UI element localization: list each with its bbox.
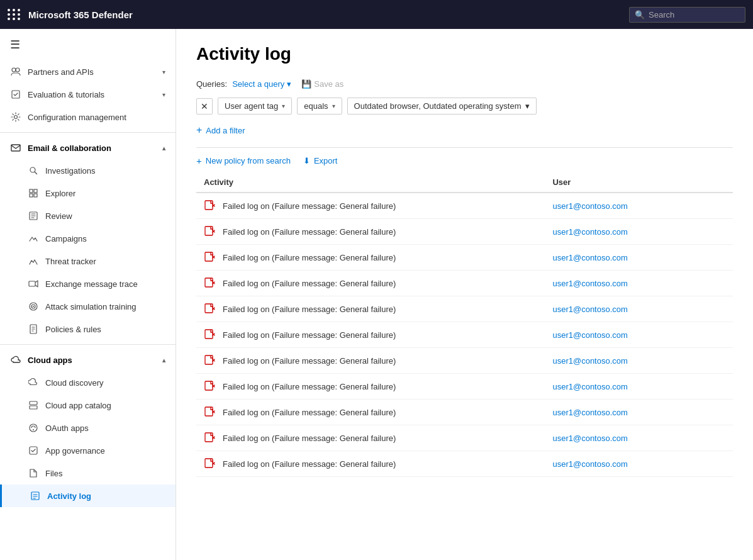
sidebar-item-configuration-management[interactable]: Configuration management [0, 106, 176, 128]
table-row[interactable]: Failed log on (Failure message: General … [196, 193, 733, 219]
table-row[interactable]: Failed log on (Failure message: General … [196, 425, 733, 451]
search-box[interactable]: 🔍 [629, 7, 745, 23]
app-governance-icon [28, 445, 39, 456]
table-row[interactable]: Failed log on (Failure message: General … [196, 348, 733, 374]
activity-log-table: Activity User Fail [196, 172, 733, 477]
user-cell[interactable]: user1@contoso.com [545, 374, 733, 400]
svg-rect-25 [205, 278, 213, 287]
svg-rect-2 [12, 91, 20, 98]
sidebar-item-attack-simulation[interactable]: Attack simulation training [0, 295, 176, 318]
chevron-down-icon: ▾ [332, 103, 335, 109]
activity-text: Failed log on (Failure message: General … [223, 227, 396, 237]
table-row[interactable]: Failed log on (Failure message: General … [196, 322, 733, 348]
apps-icon[interactable] [8, 9, 21, 20]
svg-rect-22 [205, 201, 213, 210]
sidebar-label: Cloud app catalog [45, 401, 111, 410]
filter-clear-button[interactable]: ✕ [196, 98, 213, 115]
search-input[interactable] [649, 10, 737, 20]
sidebar-label: Configuration management [28, 113, 126, 122]
activity-cell: Failed log on (Failure message: General … [196, 296, 545, 322]
table-row[interactable]: Failed log on (Failure message: General … [196, 451, 733, 477]
sidebar-label: Activity log [47, 491, 91, 501]
export-button[interactable]: ⬇ Export [303, 156, 338, 165]
user-cell[interactable]: user1@contoso.com [545, 425, 733, 451]
table-row[interactable]: Failed log on (Failure message: General … [196, 245, 733, 271]
svg-rect-4 [11, 145, 20, 151]
cloud-icon [10, 354, 21, 366]
sidebar-item-cloud-app-catalog[interactable]: Cloud app catalog [0, 394, 176, 417]
new-policy-button[interactable]: + New policy from search [196, 155, 291, 166]
sidebar-item-policies-rules[interactable]: Policies & rules [0, 318, 176, 340]
filter-tag-dropdown[interactable]: User agent tag ▾ [218, 98, 292, 115]
sidebar-label: Files [45, 469, 62, 478]
sidebar-item-oauth-apps[interactable]: OAuth apps [0, 417, 176, 439]
user-cell[interactable]: user1@contoso.com [545, 296, 733, 322]
sidebar-item-threat-tracker[interactable]: Threat tracker [0, 250, 176, 272]
sidebar-label: Policies & rules [45, 325, 101, 334]
sidebar-item-activity-log[interactable]: Activity log [0, 484, 176, 507]
svg-point-1 [16, 68, 20, 72]
sidebar-item-email-collaboration[interactable]: Email & collaboration ▴ [0, 137, 176, 159]
sidebar-item-explorer[interactable]: Explorer [0, 182, 176, 204]
log-on-failure-icon [204, 303, 216, 315]
table-row[interactable]: Failed log on (Failure message: General … [196, 400, 733, 425]
hamburger-button[interactable]: ☰ [0, 29, 176, 60]
svg-point-3 [14, 116, 18, 119]
activity-cell: Failed log on (Failure message: General … [196, 425, 545, 451]
activity-cell: Failed log on (Failure message: General … [196, 400, 545, 425]
search-icon: 🔍 [635, 10, 645, 20]
sidebar-item-evaluation-tutorials[interactable]: Evaluation & tutorials ▾ [0, 83, 176, 106]
svg-rect-23 [205, 227, 213, 235]
svg-rect-16 [30, 401, 37, 405]
export-icon: ⬇ [303, 156, 310, 165]
user-cell[interactable]: user1@contoso.com [545, 245, 733, 271]
chevron-down-icon: ▾ [525, 101, 530, 111]
sidebar-item-campaigns[interactable]: Campaigns [0, 227, 176, 250]
svg-rect-8 [30, 194, 33, 197]
email-icon [10, 142, 21, 154]
sidebar-item-partners-apis[interactable]: Partners and APIs ▾ [0, 60, 176, 83]
sidebar-item-exchange-message-trace[interactable]: Exchange message trace [0, 272, 176, 295]
action-row: + New policy from search ⬇ Export [196, 155, 733, 166]
add-filter-button[interactable]: + Add a filter [196, 121, 733, 140]
sidebar-item-review[interactable]: Review [0, 204, 176, 227]
catalog-icon [28, 400, 39, 411]
table-row[interactable]: Failed log on (Failure message: General … [196, 374, 733, 400]
user-cell[interactable]: user1@contoso.com [545, 451, 733, 477]
save-as-label: Save as [314, 79, 343, 89]
log-on-failure-icon [204, 432, 216, 444]
app-title: Microsoft 365 Defender [28, 9, 622, 20]
svg-point-18 [30, 424, 37, 432]
filter-operator-label: equals [304, 101, 328, 111]
user-cell[interactable]: user1@contoso.com [545, 322, 733, 348]
filter-operator-dropdown[interactable]: equals ▾ [297, 98, 342, 115]
user-cell[interactable]: user1@contoso.com [545, 193, 733, 219]
sidebar-item-cloud-apps[interactable]: Cloud apps ▴ [0, 349, 176, 371]
cloud-discovery-icon [28, 377, 39, 388]
activity-text: Failed log on (Failure message: General … [223, 408, 396, 417]
filter-value-dropdown[interactable]: Outdated browser, Outdated operating sys… [347, 98, 537, 115]
sidebar-item-files[interactable]: Files [0, 462, 176, 484]
divider [0, 132, 176, 133]
main-content: Activity log Queries: Select a query ▾ 💾… [176, 29, 753, 560]
svg-rect-31 [205, 433, 213, 442]
table-row[interactable]: Failed log on (Failure message: General … [196, 271, 733, 296]
user-cell[interactable]: user1@contoso.com [545, 348, 733, 374]
sidebar-label: Partners and APIs [28, 67, 94, 77]
table-row[interactable]: Failed log on (Failure message: General … [196, 219, 733, 245]
files-icon [28, 468, 39, 479]
chevron-down-icon: ▾ [162, 91, 165, 98]
save-as-button[interactable]: 💾 Save as [301, 79, 343, 89]
user-cell[interactable]: user1@contoso.com [545, 271, 733, 296]
activity-cell: Failed log on (Failure message: General … [196, 219, 545, 245]
select-query-dropdown[interactable]: Select a query ▾ [232, 79, 291, 89]
user-cell[interactable]: user1@contoso.com [545, 400, 733, 425]
sidebar-item-cloud-discovery[interactable]: Cloud discovery [0, 371, 176, 394]
sidebar-item-investigations[interactable]: Investigations [0, 159, 176, 182]
sidebar-item-app-governance[interactable]: App governance [0, 439, 176, 462]
svg-point-5 [30, 167, 35, 172]
svg-point-14 [33, 306, 34, 307]
activity-cell: Failed log on (Failure message: General … [196, 374, 545, 400]
user-cell[interactable]: user1@contoso.com [545, 219, 733, 245]
table-row[interactable]: Failed log on (Failure message: General … [196, 296, 733, 322]
